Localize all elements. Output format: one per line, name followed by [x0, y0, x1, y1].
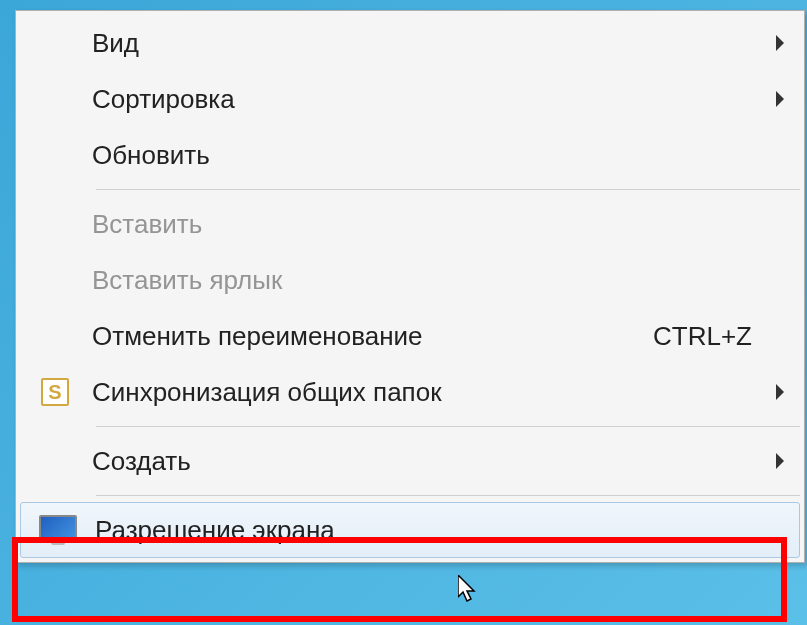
- menu-item-refresh[interactable]: Обновить: [18, 127, 802, 183]
- menu-separator: [96, 495, 800, 496]
- menu-item-screen-resolution[interactable]: Разрешение экрана: [20, 502, 800, 558]
- menu-item-new[interactable]: Создать: [18, 433, 802, 489]
- menu-separator: [96, 189, 800, 190]
- menu-label: Обновить: [92, 140, 782, 171]
- menu-label: Отменить переименование: [92, 321, 653, 352]
- menu-label: Вставить: [92, 209, 782, 240]
- menu-item-paste-shortcut: Вставить ярлык: [18, 252, 802, 308]
- menu-label: Создать: [92, 446, 782, 477]
- menu-item-sort[interactable]: Сортировка: [18, 71, 802, 127]
- menu-item-sync-folders[interactable]: S Синхронизация общих папок: [18, 364, 802, 420]
- icon-slot: S: [18, 378, 92, 406]
- menu-item-view[interactable]: Вид: [18, 15, 802, 71]
- icon-slot: [21, 515, 95, 545]
- cursor-icon: [458, 575, 482, 607]
- menu-label: Синхронизация общих папок: [92, 377, 782, 408]
- menu-item-paste: Вставить: [18, 196, 802, 252]
- menu-separator: [96, 426, 800, 427]
- menu-label: Сортировка: [92, 84, 782, 115]
- menu-label: Разрешение экрана: [95, 515, 779, 546]
- menu-label: Вставить ярлык: [92, 265, 782, 296]
- menu-shortcut: CTRL+Z: [653, 321, 752, 352]
- monitor-icon: [39, 515, 77, 545]
- desktop-context-menu: Вид Сортировка Обновить Вставить Вставит…: [15, 10, 805, 563]
- menu-item-undo-rename[interactable]: Отменить переименование CTRL+Z: [18, 308, 802, 364]
- menu-label: Вид: [92, 28, 782, 59]
- sync-icon: S: [41, 378, 69, 406]
